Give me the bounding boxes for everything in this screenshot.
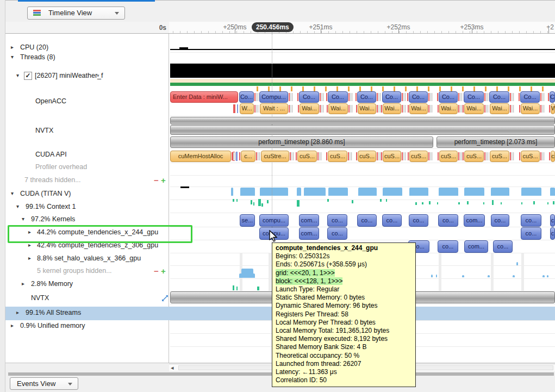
kernels-row-event[interactable]: co... bbox=[521, 214, 541, 227]
openacc-compute-row-event[interactable]: C bbox=[550, 91, 555, 103]
sidebar-item-2-8-memory[interactable]: ▸2.8% Memory bbox=[5, 279, 169, 291]
collapse-icon[interactable]: ▾ bbox=[16, 203, 19, 209]
openacc-wait-row-event[interactable]: Wai... bbox=[409, 103, 428, 114]
kernel-x244-row-event[interactable]: com... bbox=[299, 227, 319, 240]
add-filter-icon[interactable]: + bbox=[161, 176, 166, 185]
cuda-api-row-event[interactable]: cuStre... bbox=[261, 151, 289, 162]
expand-row-icon[interactable] bbox=[161, 294, 169, 302]
openacc-wait-row-event[interactable]: Wai... bbox=[490, 103, 509, 114]
cuda-api-row-event[interactable]: cuS... bbox=[297, 151, 317, 162]
cuda-api-row-event[interactable]: cuS... bbox=[409, 151, 428, 162]
sidebar-item-0-9-unified-memory[interactable]: ▸0.9% Unified memory bbox=[5, 321, 169, 333]
kernels-row-event[interactable]: c bbox=[550, 214, 555, 227]
expand-icon[interactable]: ▸ bbox=[11, 44, 14, 50]
kernel-z306-row-event[interactable]: co... bbox=[438, 240, 458, 253]
nvtx-range-bar[interactable]: perform_timestep [2.073 ms] bbox=[436, 136, 555, 148]
cuda-api-row-event[interactable]: cuS... bbox=[521, 151, 540, 162]
nvtx-range-bar[interactable]: perform_timestep [28.860 ms] bbox=[170, 136, 433, 148]
cuda-api-row-event[interactable]: c... bbox=[241, 151, 255, 162]
cuda-api-row-event[interactable]: cuS... bbox=[490, 151, 509, 162]
openacc-compute-row-event[interactable]: Co... bbox=[520, 91, 540, 103]
kernels-row-event[interactable]: co... bbox=[409, 214, 428, 227]
openacc-wait-row-event[interactable]: Wai... bbox=[358, 103, 376, 114]
kernels-row-event[interactable]: compu... bbox=[259, 214, 289, 227]
cuda-api-row-event[interactable]: cuS... bbox=[358, 151, 376, 162]
openacc-wait-row-event[interactable]: W bbox=[551, 103, 555, 114]
thread-checkbox[interactable]: ✓ bbox=[24, 72, 32, 80]
kernels-row-event[interactable]: com... bbox=[464, 214, 485, 227]
kernels-row-event[interactable]: co... bbox=[327, 214, 347, 227]
remove-filter-icon[interactable]: − bbox=[154, 176, 159, 185]
sidebar-item-8-8-set-halo-values-x-366-gpu[interactable]: ▸8.8% set_halo_values_x_366_gpu bbox=[5, 254, 169, 266]
kernel-x244-row-event[interactable]: co... bbox=[327, 227, 347, 240]
sidebar-item-5-kernel-groups-hidden[interactable]: 5 kernel groups hidden...−+ bbox=[5, 266, 169, 278]
kernels-row-event[interactable]: co... bbox=[357, 214, 377, 227]
openacc-compute-row-event[interactable]: Enter Data : miniW... bbox=[170, 91, 238, 103]
openacc-wait-row-event[interactable]: Wai... bbox=[300, 103, 319, 114]
sidebar-item-99-1-context-1[interactable]: ▾99.1% Context 1 bbox=[5, 202, 169, 214]
sidebar-item-openacc[interactable]: OpenACC bbox=[5, 97, 169, 109]
openacc-wait-row-event[interactable]: W... bbox=[240, 103, 254, 114]
kernel-x244-row-event[interactable]: c bbox=[550, 227, 555, 240]
sidebar-item-threads-8[interactable]: ▾Threads (8) bbox=[5, 53, 169, 65]
openacc-compute-row-event[interactable]: Co... bbox=[439, 91, 458, 103]
openacc-compute-row-event[interactable]: Co... bbox=[328, 91, 348, 103]
sidebar-item-7-threads-hidden[interactable]: 7 threads hidden...−+ bbox=[5, 176, 169, 188]
openacc-launch-tick bbox=[394, 86, 395, 91]
kernels-row-event[interactable]: com... bbox=[299, 214, 319, 227]
openacc-compute-row-event[interactable]: Compu... bbox=[259, 91, 288, 103]
openacc-compute-row-event[interactable]: Co... bbox=[357, 91, 376, 103]
kernels-row-event[interactable]: co... bbox=[491, 214, 509, 227]
sidebar-item-cuda-api[interactable]: CUDA API bbox=[5, 150, 169, 162]
nvtx-range-bar[interactable] bbox=[170, 117, 555, 125]
openacc-wait-row-event[interactable]: Wai... bbox=[521, 103, 540, 114]
scroll-left-icon[interactable]: ◂ bbox=[171, 364, 174, 371]
openacc-compute-row-event[interactable]: Co... bbox=[299, 91, 319, 103]
expand-icon[interactable]: ▸ bbox=[16, 309, 19, 315]
collapse-icon[interactable]: ▾ bbox=[16, 72, 19, 78]
openacc-compute-row-event[interactable]: Co... bbox=[464, 91, 484, 103]
openacc-wait-row-event[interactable]: Wait : ... bbox=[260, 103, 288, 114]
cuda-api-row-event[interactable]: cuS... bbox=[464, 151, 484, 162]
timeline-view-dropdown[interactable]: Timeline View bbox=[27, 7, 125, 20]
expand-icon[interactable]: ▸ bbox=[28, 255, 31, 261]
openacc-compute-row-event[interactable]: Co... bbox=[409, 91, 428, 103]
sidebar-item-26207-miniweather-f[interactable]: ▾✓[26207] miniWeather_f▾ bbox=[5, 71, 169, 83]
kernels-row-event[interactable]: co... bbox=[382, 214, 402, 227]
kernel-z306-row-event[interactable]: com... bbox=[464, 240, 488, 253]
openacc-wait-row-event[interactable]: Wai... bbox=[383, 103, 401, 114]
collapse-icon[interactable]: ▾ bbox=[11, 54, 14, 60]
add-filter-icon[interactable]: + bbox=[161, 266, 166, 276]
kernel-z306-row-event[interactable]: co... bbox=[493, 240, 513, 253]
kernel-x244-row-event[interactable]: co... bbox=[521, 227, 541, 240]
cuda-api-row-event[interactable]: cuS... bbox=[439, 151, 458, 162]
expand-icon[interactable]: ▸ bbox=[11, 322, 14, 328]
events-view-dropdown[interactable]: Events View bbox=[10, 377, 78, 390]
kernels-row-event[interactable]: se... bbox=[240, 214, 255, 227]
sidebar-item-nvtx[interactable]: NVTX bbox=[5, 126, 169, 138]
openacc-compute-row-event[interactable]: Co... bbox=[239, 91, 254, 103]
sidebar-item-cuda-titan-v[interactable]: ▾CUDA (TITAN V) bbox=[5, 189, 169, 201]
openacc-wait-row-event[interactable]: Wai... bbox=[439, 103, 458, 114]
cuda-api-row-event[interactable]: cuMemHostAlloc bbox=[170, 151, 231, 162]
cuda-api-row-event[interactable]: c bbox=[551, 151, 555, 162]
thread-options-caret[interactable]: ▾ bbox=[97, 73, 99, 78]
remove-filter-icon[interactable]: − bbox=[154, 266, 159, 276]
sidebar-item-99-1-all-streams[interactable]: ▸99.1% All Streams bbox=[5, 308, 169, 320]
openacc-wait-row-event[interactable]: Wai... bbox=[464, 103, 484, 114]
memory-op-mark bbox=[297, 200, 300, 207]
expand-icon[interactable]: ▸ bbox=[22, 281, 24, 287]
sidebar-item-nvtx[interactable]: NVTX bbox=[5, 294, 169, 306]
openacc-compute-row-event[interactable]: Co... bbox=[489, 91, 509, 103]
event-sliver bbox=[519, 105, 520, 113]
event-sliver bbox=[463, 152, 464, 160]
openacc-compute-row-event[interactable]: Co... bbox=[382, 91, 401, 103]
cuda-api-row-event[interactable]: cuS... bbox=[383, 151, 401, 162]
collapse-icon[interactable]: ▾ bbox=[11, 190, 14, 196]
nvtx-range-bar[interactable] bbox=[170, 125, 555, 135]
sidebar-item-profiler-overhead[interactable]: Profiler overhead bbox=[5, 163, 169, 175]
openacc-wait-row-event[interactable]: Wai... bbox=[328, 103, 348, 114]
collapse-icon[interactable]: ▾ bbox=[22, 216, 24, 222]
kernels-row-event[interactable]: co... bbox=[438, 214, 458, 227]
cuda-api-row-event[interactable]: cuS... bbox=[328, 151, 347, 162]
